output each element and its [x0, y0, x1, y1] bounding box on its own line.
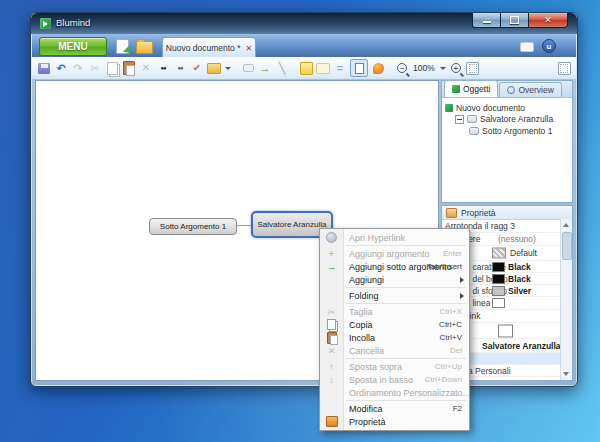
properties-icon [325, 415, 338, 428]
copy-button[interactable] [105, 61, 119, 76]
menu-item-shortcut: Ctrl+C [439, 320, 462, 329]
blumind-window: Blumind ✕ MENU Nuovo documento * ✕ u ↶ ↷ [30, 12, 578, 387]
objects-tab-icon [452, 85, 460, 93]
window-title: Blumind [56, 17, 90, 28]
collapse-expander-icon[interactable] [455, 115, 464, 124]
title-bar[interactable]: Blumind ✕ [31, 13, 577, 34]
spellcheck-button[interactable]: ✔ [190, 61, 204, 76]
insert-relation-button[interactable]: → [258, 61, 272, 76]
menu-item-shortcut: Ctrl+V [440, 333, 462, 342]
menu-item-aggiungi[interactable]: Aggiungi [320, 273, 469, 286]
font-color-swatch[interactable] [492, 262, 505, 272]
new-document-icon[interactable] [116, 39, 129, 54]
document-tab[interactable]: Nuovo documento * ✕ [162, 37, 256, 58]
menu-item-incolla[interactable]: Incolla Ctrl+V [320, 331, 469, 344]
document-icon [445, 104, 453, 112]
zoom-level[interactable]: 100% [412, 63, 436, 73]
fit-window-button[interactable] [466, 61, 480, 76]
close-button[interactable]: ✕ [528, 13, 568, 28]
border-color-swatch[interactable] [492, 274, 505, 284]
back-color-swatch[interactable] [492, 286, 505, 296]
tab-oggetti[interactable]: Oggetti [444, 80, 498, 97]
document-tree: Nuovo documento Salvatore Aranzulla Sott… [442, 98, 572, 141]
menu-item-label: Proprietà [349, 417, 386, 427]
shape-swatch[interactable] [492, 248, 506, 259]
scroll-down-icon[interactable] [563, 372, 569, 376]
objects-panel-tabs: Oggetti Overview [442, 81, 572, 98]
menu-item-label: Ordinamento Personalizzato... [349, 388, 470, 398]
highlight-button[interactable] [371, 61, 385, 76]
window-controls: ✕ [472, 13, 568, 28]
feedback-bubble-icon[interactable] [520, 42, 534, 52]
menu-item-apri-hyperlink[interactable]: Apri Hyperlink [320, 231, 469, 244]
tab-overview[interactable]: Overview [499, 82, 561, 97]
minimize-button[interactable] [472, 13, 501, 28]
paste-button[interactable] [122, 61, 136, 76]
menu-button[interactable]: MENU [39, 37, 107, 56]
scroll-up-icon[interactable] [563, 223, 569, 227]
callout-button[interactable] [316, 61, 330, 76]
menu-item-sposta-in-basso[interactable]: ↓ Sposta in basso Ctrl+Down [320, 373, 469, 386]
zoom-dropdown-caret[interactable] [440, 67, 446, 70]
property-label: a Personali [468, 366, 511, 376]
scrollbar-thumb[interactable] [562, 232, 572, 260]
menu-separator [346, 287, 466, 288]
menu-item-aggiungi-sotto-argomento[interactable]: → Aggiungi sotto argomento Tab/Insert [320, 260, 469, 273]
add-subtopic-icon: → [325, 260, 338, 273]
move-down-icon: ↓ [325, 373, 338, 386]
export-dropdown-caret[interactable] [225, 67, 231, 70]
menu-item-shortcut: Tab/Insert [427, 262, 462, 271]
boundary-button-active[interactable] [350, 59, 368, 77]
align-button[interactable]: = [333, 61, 347, 76]
property-value: Silver [508, 286, 531, 296]
menu-item-label: Sposta in basso [349, 375, 413, 385]
tree-item-sub-topic[interactable]: Sotto Argomento 1 [445, 125, 569, 137]
delete-button[interactable]: ✕ [139, 61, 153, 76]
menu-item-label: Folding [349, 291, 379, 301]
undo-button[interactable]: ↶ [54, 61, 68, 76]
line-color-swatch[interactable] [492, 298, 505, 308]
menu-item-label: Aggiungi [349, 275, 384, 285]
open-folder-icon[interactable] [136, 41, 153, 54]
menu-item-copia[interactable]: Copia Ctrl+C [320, 318, 469, 331]
note-button[interactable] [299, 61, 313, 76]
menu-item-ordinamento-personalizzato[interactable]: Ordinamento Personalizzato... [320, 386, 469, 399]
menu-item-taglia[interactable]: ✂ Taglia Ctrl+X [320, 305, 469, 318]
minimize-icon [483, 21, 491, 23]
maximize-button[interactable] [501, 13, 528, 28]
zoom-out-button[interactable]: − [395, 61, 409, 76]
tab-close-icon[interactable]: ✕ [245, 44, 252, 53]
save-button[interactable] [37, 61, 51, 76]
menu-item-cancella[interactable]: ✕ Cancella Del [320, 344, 469, 357]
properties-scrollbar[interactable] [560, 219, 572, 380]
find-button[interactable]: ●● [156, 61, 170, 76]
delete-icon: ✕ [325, 344, 338, 357]
image-value-box[interactable] [498, 324, 513, 337]
hyperlink-icon [325, 231, 338, 244]
tree-item-document[interactable]: Nuovo documento [445, 102, 569, 114]
menu-separator [346, 358, 466, 359]
mindmap-node-child[interactable]: Sotto Argomento 1 [149, 218, 237, 235]
menu-item-label: Taglia [349, 307, 373, 317]
draw-line-button[interactable]: ╲ [275, 61, 289, 76]
tree-item-root-topic[interactable]: Salvatore Aranzulla [445, 114, 569, 126]
menu-item-label: Incolla [349, 333, 375, 343]
menu-item-modifica[interactable]: Modifica F2 [320, 402, 469, 415]
topic-button-disabled[interactable] [241, 61, 255, 76]
panel-toggle-button[interactable] [557, 61, 571, 76]
find-next-button[interactable]: ●● [173, 61, 187, 76]
menu-item-aggiungi-argomento[interactable]: + Aggiungi argomento Enter [320, 247, 469, 260]
redo-button[interactable]: ↷ [71, 61, 85, 76]
properties-icon [446, 208, 457, 218]
note-icon [300, 62, 313, 75]
update-help-icon[interactable]: u [542, 39, 556, 53]
zoom-in-button[interactable]: + [449, 61, 463, 76]
export-button[interactable] [207, 61, 221, 76]
cut-button[interactable]: ✂ [88, 61, 102, 76]
menu-item-proprieta[interactable]: Proprietà [320, 415, 469, 428]
menu-item-sposta-sopra[interactable]: ↑ Sposta sopra Ctrl+Up [320, 360, 469, 373]
desktop-background: Blumind ✕ MENU Nuovo documento * ✕ u ↶ ↷ [0, 0, 600, 442]
menu-item-label: Aggiungi argomento [349, 249, 430, 259]
menu-item-folding[interactable]: Folding [320, 289, 469, 302]
menu-item-label: Modifica [349, 404, 383, 414]
